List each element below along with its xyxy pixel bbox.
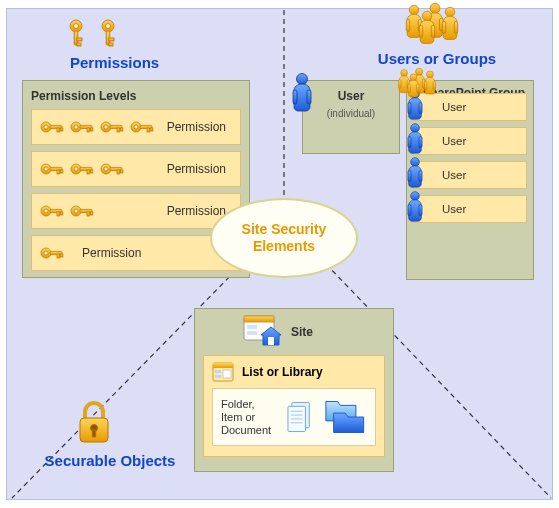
permission-label: Permission xyxy=(167,120,232,134)
people-group-icon xyxy=(400,2,464,46)
site-icon xyxy=(243,315,283,349)
group-user-label: User xyxy=(442,101,466,113)
document-text: Folder, Item or Document xyxy=(221,398,277,437)
list-library-title: List or Library xyxy=(242,365,323,379)
group-user-label: User xyxy=(442,203,466,215)
key-icon xyxy=(100,160,124,178)
permissions-title: Permissions xyxy=(70,54,159,71)
center-ellipse: Site Security Elements xyxy=(210,198,358,278)
document-box: Folder, Item or Document xyxy=(212,388,376,446)
permission-row: Permission xyxy=(31,109,241,145)
lock-icon xyxy=(74,398,114,446)
list-library-box: List or Library Folder, Item or Document xyxy=(203,355,385,457)
key-icon xyxy=(70,160,94,178)
document-icon xyxy=(287,401,312,433)
person-icon xyxy=(404,190,426,224)
folders-icon xyxy=(322,397,367,437)
permission-row: Permission xyxy=(31,193,241,229)
site-box: Site List or Library Folder, Item or Doc… xyxy=(194,308,394,472)
diagram-canvas: Permissions Users or Groups Securable Ob… xyxy=(0,0,559,508)
library-icon xyxy=(212,362,234,382)
person-icon xyxy=(288,72,316,114)
group-user-row: User xyxy=(413,161,527,189)
sharepoint-group-box: SharePoint Group User User User User xyxy=(406,80,534,280)
key-icon xyxy=(130,118,154,136)
users-groups-title: Users or Groups xyxy=(372,50,502,67)
group-user-label: User xyxy=(442,135,466,147)
key-icon xyxy=(40,244,64,262)
group-user-row: User xyxy=(413,127,527,155)
permission-levels-title: Permission Levels xyxy=(31,89,241,103)
securable-objects-title: Securable Objects xyxy=(40,452,180,469)
person-icon xyxy=(404,156,426,190)
permission-label: Permission xyxy=(82,246,147,260)
group-user-label: User xyxy=(442,169,466,181)
center-title: Site Security Elements xyxy=(212,221,356,255)
user-subtitle: (individual) xyxy=(327,108,375,119)
person-icon xyxy=(404,122,426,156)
key-icon xyxy=(40,202,64,220)
people-group-icon xyxy=(394,66,440,100)
permission-row: Permission xyxy=(31,151,241,187)
group-user-row: User xyxy=(413,195,527,223)
key-icon xyxy=(70,118,94,136)
key-icon xyxy=(40,118,64,136)
user-box: User (individual) xyxy=(302,80,400,154)
key-icon xyxy=(100,118,124,136)
keys-icon xyxy=(62,18,122,48)
key-icon xyxy=(70,202,94,220)
permission-label: Permission xyxy=(167,162,232,176)
key-icon xyxy=(40,160,64,178)
site-title: Site xyxy=(291,325,313,339)
user-title: User xyxy=(309,89,393,103)
